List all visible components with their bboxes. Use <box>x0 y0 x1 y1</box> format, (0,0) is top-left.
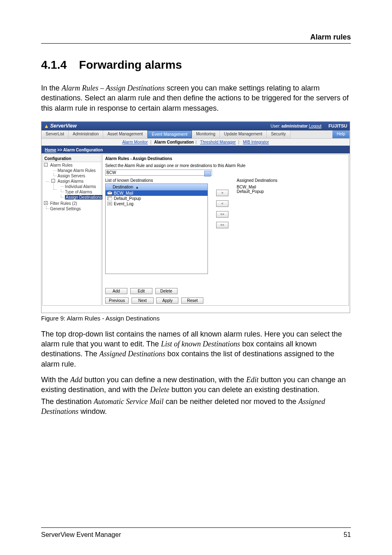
logout-link[interactable]: Logout <box>309 124 322 128</box>
next-button[interactable]: Next <box>131 297 154 304</box>
tree-manage-alarm-rules[interactable]: Manage Alarm Rules <box>52 168 100 173</box>
log-icon <box>107 202 112 206</box>
move-all-left-button[interactable]: << <box>216 222 228 228</box>
footer-doc-title: ServerView Event Manager <box>41 531 121 539</box>
fujitsu-logo: FUJITSU <box>328 123 347 128</box>
list-item[interactable]: Event_Log <box>106 201 208 207</box>
alarm-rule-select[interactable]: BCW <box>105 170 212 176</box>
app-titlebar: ServerView User: administrator Logout FU… <box>42 122 350 130</box>
known-destinations-list[interactable]: Destination ▲ BCW_Mail Default_Popup <box>105 183 208 274</box>
footer-page-number: 51 <box>344 531 351 539</box>
subtab-alarm-configuration[interactable]: Alarm Configuration <box>154 140 194 144</box>
section-number: 4.1.4 <box>41 58 67 71</box>
tree-individual-alarms[interactable]: Individual Alarms <box>59 184 99 189</box>
apply-button[interactable]: Apply <box>156 297 178 304</box>
subtab-alarm-monitor[interactable]: Alarm Monitor <box>122 140 148 144</box>
para-2: The top drop-down list contains the name… <box>41 329 351 369</box>
list-item[interactable]: Default_Popup <box>237 189 311 194</box>
dest-column-header: Destination ▲ <box>106 184 208 190</box>
user-name: administrator <box>281 124 308 128</box>
page-header-title: Alarm rules <box>41 33 351 42</box>
add-button[interactable]: Add <box>105 288 127 294</box>
list-item[interactable]: BCW_Mail <box>106 190 208 196</box>
main-instruction: Select the Alarm Rule and assign one or … <box>105 163 346 168</box>
known-dest-label: List of known Destinations <box>105 178 208 183</box>
sub-tab-bar: Alarm Monitor| Alarm Configuration| Thre… <box>42 139 350 146</box>
user-box: User: administrator Logout FUJITSU <box>270 123 347 128</box>
tab-serverlist[interactable]: ServerList <box>42 130 69 138</box>
main-title: Alarm Rules - Assign Destinations <box>105 156 346 161</box>
move-right-button[interactable]: > <box>216 190 228 196</box>
previous-button[interactable]: Previous <box>105 297 129 304</box>
transfer-buttons: > < >> << <box>216 190 228 228</box>
svg-rect-2 <box>108 197 112 200</box>
dest-button-row: Add Edit Delete <box>105 288 346 294</box>
sidebar-title: Configuration <box>43 156 101 162</box>
wizard-button-row: Previous Next Apply Reset <box>105 297 346 304</box>
main-pane: Alarm Rules - Assign Destinations Select… <box>102 154 349 306</box>
config-tree: –Alarm Rules Manage Alarm Rules Assign S… <box>43 163 101 211</box>
figure-caption: Figure 9: Alarm Rules - Assign Destinati… <box>41 315 351 322</box>
list-item[interactable]: Default_Popup <box>106 196 208 201</box>
delete-button[interactable]: Delete <box>155 288 178 294</box>
screenshot-figure: ServerView User: administrator Logout FU… <box>41 121 350 313</box>
popup-icon <box>107 196 112 200</box>
section-title: Forwarding alarms <box>79 58 182 71</box>
move-all-right-button[interactable]: >> <box>216 211 228 218</box>
para-3: With the Add button you can define a new… <box>41 375 351 395</box>
tree-assign-destinations[interactable]: Assign Destinations <box>59 195 99 200</box>
tab-monitoring[interactable]: Monitoring <box>192 130 220 138</box>
tree-assign-alarms[interactable]: –Assign Alarms Individual Alarms Type of… <box>52 179 100 200</box>
tab-update-management[interactable]: Update Management <box>220 130 267 138</box>
main-tab-bar: ServerList Administration Asset Manageme… <box>42 130 350 139</box>
app-brand: ServerView <box>50 123 76 129</box>
move-left-button[interactable]: < <box>216 200 228 207</box>
tree-general-settings[interactable]: General Settings <box>44 206 101 211</box>
tree-assign-servers[interactable]: Assign Servers <box>52 173 100 179</box>
para-1: In the Alarm Rules – Assign Destinations… <box>41 83 351 113</box>
section-heading: 4.1.4Forwarding alarms <box>41 58 351 72</box>
breadcrumb: Home >> Alarm Configuration <box>42 146 350 153</box>
assigned-dest-label: Assigned Destinations <box>237 178 311 183</box>
subtab-threshold-manager[interactable]: Threshold Manager <box>200 140 236 144</box>
tab-help[interactable]: Help <box>332 130 350 138</box>
list-item[interactable]: BCW_Mail <box>237 185 311 189</box>
subtab-mib-integrator[interactable]: MIB Integrator <box>243 140 269 144</box>
tab-security[interactable]: Security <box>267 130 290 138</box>
tab-event-management[interactable]: Event Management <box>148 130 192 138</box>
header-divider <box>41 43 351 44</box>
reset-button[interactable]: Reset <box>181 297 203 304</box>
breadcrumb-home[interactable]: Home <box>45 148 56 152</box>
serverview-logo-icon <box>44 124 49 129</box>
edit-button[interactable]: Edit <box>130 288 152 294</box>
tree-filter-rules[interactable]: +Filter Rules (2) <box>44 201 101 206</box>
mail-icon <box>107 191 112 195</box>
assigned-destinations-list[interactable]: BCW_Mail Default_Popup <box>237 183 311 194</box>
tab-administration[interactable]: Administration <box>69 130 103 138</box>
breadcrumb-current: Alarm Configuration <box>63 148 103 152</box>
config-sidebar: Configuration –Alarm Rules Manage Alarm … <box>42 154 101 306</box>
para-4: The destination Automatic Service Mail c… <box>41 397 351 417</box>
tab-asset-management[interactable]: Asset Management <box>103 130 147 138</box>
tree-type-of-alarms[interactable]: Type of Alarms <box>59 189 99 195</box>
tree-alarm-rules[interactable]: –Alarm Rules Manage Alarm Rules Assign S… <box>44 163 101 201</box>
